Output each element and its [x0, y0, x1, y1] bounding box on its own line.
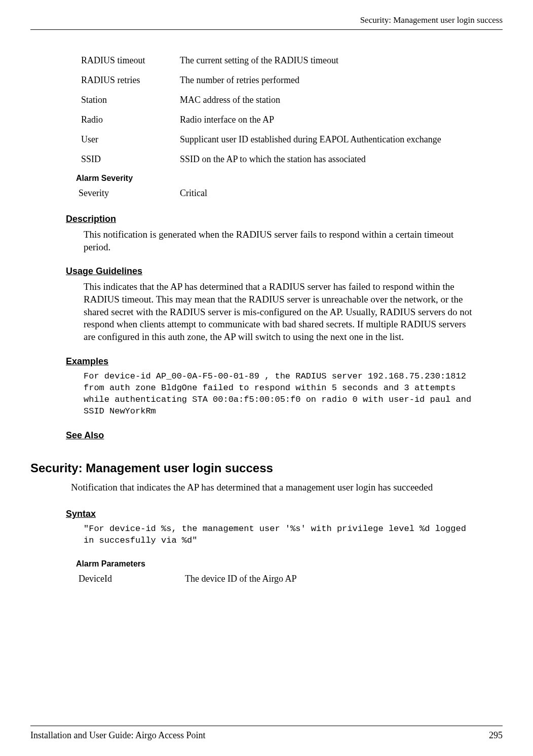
footer-left: Installation and User Guide: Airgo Acces… — [30, 730, 206, 741]
usage-heading: Usage Guidelines — [66, 266, 503, 277]
section-intro: Notification that indicates the AP has d… — [71, 481, 472, 494]
severity-name: Severity — [79, 188, 180, 199]
param-name: RADIUS retries — [81, 75, 180, 86]
table-row: SSID SSID on the AP to which the station… — [81, 154, 503, 165]
severity-value: Critical — [180, 188, 207, 199]
page-footer: Installation and User Guide: Airgo Acces… — [30, 726, 503, 741]
param-name: Station — [81, 95, 180, 105]
param-name: User — [81, 134, 180, 145]
table-row: Station MAC address of the station — [81, 95, 503, 105]
param-name: SSID — [81, 154, 180, 165]
param-desc: MAC address of the station — [180, 95, 280, 105]
param-desc: The number of retries performed — [180, 75, 299, 86]
examples-heading: Examples — [66, 356, 503, 367]
see-also-heading: See Also — [66, 430, 503, 441]
usage-text: This indicates that the AP has determine… — [84, 281, 472, 343]
severity-row: Severity Critical — [79, 188, 503, 199]
param-desc: SSID on the AP to which the station has … — [180, 154, 366, 165]
description-text: This notification is generated when the … — [84, 229, 472, 253]
param-desc: The current setting of the RADIUS timeou… — [180, 55, 338, 66]
param-desc: Supplicant user ID established during EA… — [180, 134, 441, 145]
param-name: DeviceId — [79, 574, 185, 584]
table-row: User Supplicant user ID established duri… — [81, 134, 503, 145]
syntax-text: "For device-id %s, the management user '… — [84, 523, 472, 547]
page-header: Security: Management user login success — [30, 15, 503, 30]
parameter-table-top: RADIUS timeout The current setting of th… — [81, 55, 503, 165]
examples-text: For device-id AP_00-0A-F5-00-01-89 , the… — [84, 371, 472, 418]
table-row: RADIUS timeout The current setting of th… — [81, 55, 503, 66]
parameter-table-bottom: DeviceId The device ID of the Airgo AP — [79, 574, 503, 584]
alarm-severity-label: Alarm Severity — [76, 174, 503, 183]
param-name: RADIUS timeout — [81, 55, 180, 66]
table-row: RADIUS retries The number of retries per… — [81, 75, 503, 86]
description-heading: Description — [66, 214, 503, 224]
footer-page-number: 295 — [489, 730, 503, 741]
section-heading: Security: Management user login success — [30, 461, 503, 475]
param-desc: The device ID of the Airgo AP — [185, 574, 297, 584]
param-name: Radio — [81, 115, 180, 125]
param-desc: Radio interface on the AP — [180, 115, 274, 125]
table-row: DeviceId The device ID of the Airgo AP — [79, 574, 503, 584]
alarm-params-label: Alarm Parameters — [76, 559, 503, 569]
syntax-heading: Syntax — [66, 509, 503, 519]
table-row: Radio Radio interface on the AP — [81, 115, 503, 125]
